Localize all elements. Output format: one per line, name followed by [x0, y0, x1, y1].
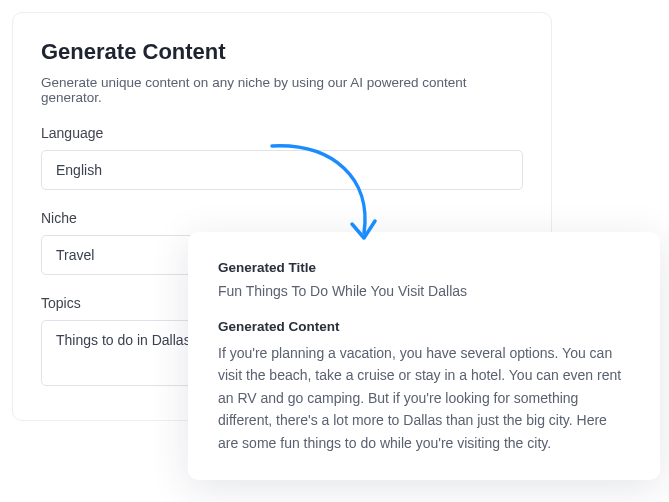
generated-content-label: Generated Content: [218, 319, 630, 334]
page-subtitle: Generate unique content on any niche by …: [41, 75, 523, 105]
generated-content-value: If you're planning a vacation, you have …: [218, 342, 630, 454]
page-title: Generate Content: [41, 39, 523, 65]
language-label: Language: [41, 125, 523, 141]
language-field-group: Language: [41, 125, 523, 190]
language-input[interactable]: [41, 150, 523, 190]
niche-label: Niche: [41, 210, 523, 226]
generated-title-label: Generated Title: [218, 260, 630, 275]
generated-title-value: Fun Things To Do While You Visit Dallas: [218, 283, 630, 299]
generated-result-card: Generated Title Fun Things To Do While Y…: [188, 232, 660, 480]
